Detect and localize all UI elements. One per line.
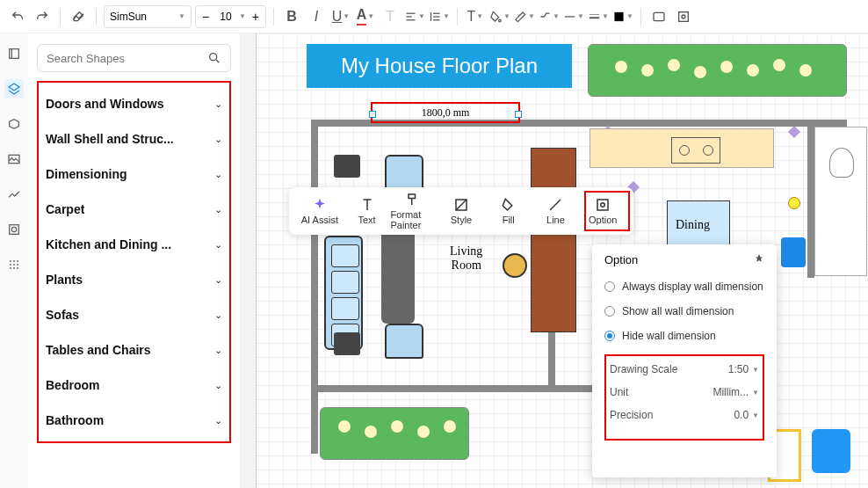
ctx-style[interactable]: Style [438, 197, 485, 225]
bold-icon[interactable]: B [281, 6, 302, 27]
font-size-decrease[interactable]: − [198, 7, 213, 26]
category-wall-shell[interactable]: Wall Shell and Struc...⌄ [39, 121, 229, 157]
armchair[interactable] [385, 324, 423, 359]
category-sofas[interactable]: Sofas⌄ [39, 297, 229, 332]
floorplan-title[interactable]: My House Floor Plan [307, 44, 572, 88]
font-size-value[interactable]: 10 [215, 11, 236, 23]
font-size-increase[interactable]: + [248, 7, 264, 26]
ctx-line[interactable]: Line [532, 197, 580, 225]
fill-bucket-icon[interactable]: ▼ [489, 6, 510, 27]
chevron-down-icon: ▼ [178, 12, 185, 20]
line-style-icon[interactable]: ▼ [563, 6, 584, 27]
rail-image-icon[interactable] [4, 149, 24, 169]
canvas[interactable]: My House Floor Plan 1800,0 mm [241, 33, 868, 488]
italic-icon[interactable]: I [306, 6, 327, 27]
rail-library-icon[interactable] [4, 44, 24, 63]
field-drawing-scale[interactable]: Drawing Scale 1:50▼ [610, 363, 759, 375]
text-icon[interactable]: T▼ [465, 6, 486, 27]
svg-rect-14 [10, 49, 19, 59]
chevron-down-icon: ⌄ [214, 415, 222, 426]
category-bathroom[interactable]: Bathroom⌄ [39, 403, 229, 438]
rail-icon-square[interactable] [4, 220, 24, 239]
armchair[interactable] [385, 155, 423, 190]
radio-hide[interactable]: Hide wall dimension [604, 330, 764, 342]
wall-segment[interactable] [311, 385, 618, 392]
category-kitchen-dining[interactable]: Kitchen and Dining ...⌄ [39, 227, 229, 262]
search-input[interactable] [47, 52, 207, 65]
ctx-format-painter[interactable]: Format Painter [390, 192, 438, 230]
top-toolbar: SimSun ▼ − 10 ▼ + B I U▼ A▼ T ▼ ▼ T▼ ▼ ▼… [0, 0, 868, 33]
ctx-text[interactable]: Text [344, 197, 391, 225]
garden-shape[interactable] [320, 407, 469, 460]
rail-grid-icon[interactable] [4, 255, 24, 274]
chevron-down-icon: ⌄ [214, 169, 222, 180]
shape-sidebar: Doors and Windows⌄ Wall Shell and Struc.… [28, 33, 241, 488]
radio-always-display[interactable]: Always display wall dimension [604, 280, 764, 293]
garden-shape[interactable] [588, 44, 847, 97]
resize-handle[interactable] [515, 111, 522, 118]
round-table[interactable] [503, 253, 527, 278]
cabinet[interactable] [531, 148, 576, 332]
ottoman[interactable] [334, 155, 360, 178]
ottoman[interactable] [334, 332, 360, 355]
svg-point-20 [17, 260, 18, 262]
svg-point-13 [682, 15, 685, 18]
rail-chart-icon[interactable] [4, 185, 24, 204]
clear-format-icon[interactable]: T [380, 6, 401, 27]
format-brush-icon[interactable] [68, 6, 89, 27]
category-carpet[interactable]: Carpet⌄ [39, 192, 229, 227]
svg-point-18 [10, 260, 11, 262]
rail-shapes-icon[interactable] [4, 79, 24, 98]
ctx-ai-assist[interactable]: AI Assist [296, 197, 344, 225]
ctx-fill[interactable]: Fill [485, 197, 532, 225]
redo-icon[interactable] [32, 6, 53, 27]
furniture-item[interactable] [812, 429, 850, 473]
line-spacing-icon[interactable]: ▼ [429, 6, 450, 27]
font-color-icon[interactable]: A▼ [355, 6, 376, 27]
underline-icon[interactable]: U▼ [330, 6, 351, 27]
svg-point-17 [11, 227, 16, 231]
resize-handle[interactable] [369, 111, 376, 118]
border-icon[interactable]: ▼ [612, 6, 633, 27]
svg-point-21 [10, 264, 11, 266]
field-unit[interactable]: Unit Millim...▼ [610, 386, 759, 398]
radio-icon [604, 306, 615, 317]
focus-icon[interactable] [673, 6, 694, 27]
svg-point-25 [13, 267, 15, 269]
chevron-down-icon: ⌄ [214, 380, 222, 391]
chevron-down-icon: ▼ [752, 389, 759, 397]
wall-segment[interactable] [548, 332, 555, 392]
category-plants[interactable]: Plants⌄ [39, 262, 229, 297]
rail-package-icon[interactable] [4, 114, 24, 134]
dimension-selection[interactable]: 1800,0 mm [371, 102, 520, 123]
category-doors-windows[interactable]: Doors and Windows⌄ [39, 86, 229, 121]
field-precision[interactable]: Precision 0.0▼ [610, 409, 759, 421]
category-tables-chairs[interactable]: Tables and Chairs⌄ [39, 332, 229, 368]
category-bedroom[interactable]: Bedroom⌄ [39, 368, 229, 403]
svg-rect-12 [679, 11, 689, 21]
appliance[interactable] [781, 237, 806, 267]
search-box[interactable] [37, 44, 231, 72]
interior-wall[interactable] [807, 120, 814, 278]
line-weight-icon[interactable]: ▼ [588, 6, 609, 27]
highlight-pen-icon[interactable]: ▼ [514, 6, 535, 27]
align-icon[interactable]: ▼ [404, 6, 425, 27]
chevron-down-icon[interactable]: ▼ [239, 12, 246, 20]
category-dimensioning[interactable]: Dimensioning⌄ [39, 157, 229, 192]
toilet[interactable] [829, 148, 854, 178]
ruler-vertical [241, 33, 257, 488]
radio-icon [604, 331, 615, 341]
pin-icon[interactable] [754, 253, 764, 266]
svg-point-19 [13, 260, 15, 262]
image-icon[interactable] [648, 6, 669, 27]
connector-icon[interactable]: ▼ [539, 6, 560, 27]
context-toolbar: AI Assist Text Format Painter Style Fill… [289, 187, 633, 235]
stove[interactable] [671, 137, 720, 164]
light-icon[interactable] [788, 197, 800, 209]
undo-icon[interactable] [7, 6, 28, 27]
search-icon [207, 51, 221, 65]
font-select[interactable]: SimSun ▼ [104, 5, 192, 28]
living-room-label: Living Room [450, 244, 482, 273]
option-panel: Option Always display wall dimension Sho… [592, 244, 777, 477]
radio-show-all[interactable]: Show all wall dimension [604, 305, 764, 317]
